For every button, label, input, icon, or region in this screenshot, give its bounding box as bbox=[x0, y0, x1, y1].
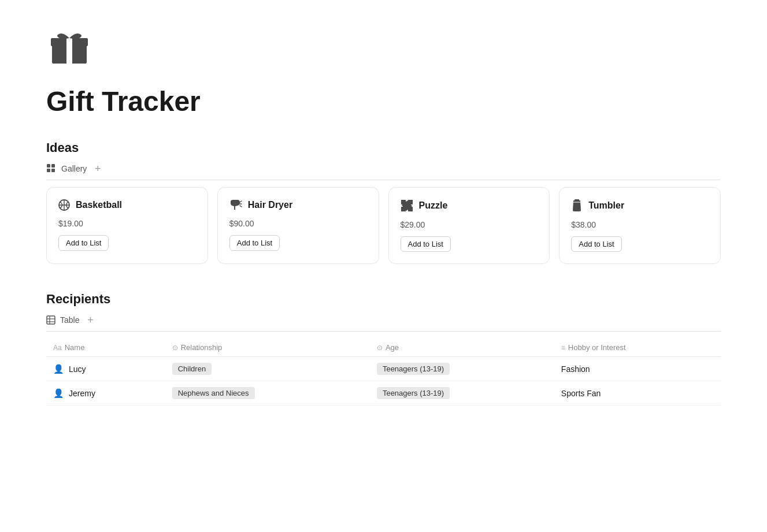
gallery-view-header: Gallery + bbox=[46, 162, 721, 180]
card-name: Basketball bbox=[76, 200, 122, 210]
table-row: 👤 Jeremy Nephews and Nieces Teenagers (1… bbox=[46, 381, 721, 405]
card-price: $38.00 bbox=[571, 220, 709, 229]
table-icon bbox=[46, 315, 55, 325]
hobby-col-icon: ≡ bbox=[561, 344, 565, 352]
ideas-section: Ideas Gallery + Bask bbox=[46, 140, 721, 264]
card-header: Tumbler bbox=[571, 199, 709, 212]
gallery-card-puzzle: Puzzle $29.00 Add to List bbox=[388, 187, 550, 264]
page-icon bbox=[46, 23, 721, 72]
recipients-table: Aa Name ⊙ Relationship ⊙ Age bbox=[46, 338, 721, 405]
cell-hobby: Sports Fan bbox=[554, 381, 721, 405]
svg-rect-3 bbox=[47, 164, 50, 168]
card-price: $29.00 bbox=[401, 220, 538, 229]
card-price: $90.00 bbox=[229, 219, 367, 228]
age-col-icon: ⊙ bbox=[377, 344, 383, 352]
svg-rect-9 bbox=[47, 316, 55, 324]
gallery-grid: Basketball $19.00 Add to List Hair Dryer… bbox=[46, 187, 721, 264]
gallery-card-hair-dryer: Hair Dryer $90.00 Add to List bbox=[217, 187, 379, 264]
svg-rect-8 bbox=[575, 199, 579, 201]
table-header-row: Aa Name ⊙ Relationship ⊙ Age bbox=[46, 338, 721, 357]
col-header-age: ⊙ Age bbox=[370, 338, 554, 357]
gallery-card-tumbler: Tumbler $38.00 Add to List bbox=[559, 187, 721, 264]
card-name: Tumbler bbox=[588, 200, 624, 211]
name-col-icon: Aa bbox=[53, 344, 62, 352]
add-table-view-button[interactable]: + bbox=[84, 314, 97, 326]
person-icon: 👤 bbox=[53, 388, 64, 399]
basketball-icon bbox=[58, 199, 70, 211]
card-header: Puzzle bbox=[401, 199, 538, 212]
tumbler-icon bbox=[571, 199, 583, 212]
hair-dryer-icon bbox=[229, 199, 242, 211]
page-title: Gift Tracker bbox=[46, 85, 721, 117]
cell-name: 👤 Lucy bbox=[46, 357, 165, 381]
hair-dryer-add-to-list-button[interactable]: Add to List bbox=[229, 235, 280, 251]
person-icon: 👤 bbox=[53, 364, 64, 374]
relationship-col-icon: ⊙ bbox=[172, 344, 178, 352]
svg-rect-2 bbox=[66, 37, 72, 64]
cell-relationship: Children bbox=[165, 357, 370, 381]
col-header-relationship: ⊙ Relationship bbox=[165, 338, 370, 357]
svg-rect-5 bbox=[47, 169, 50, 172]
recipients-heading: Recipients bbox=[46, 292, 721, 307]
card-name: Hair Dryer bbox=[248, 200, 292, 210]
cell-name: 👤 Jeremy bbox=[46, 381, 165, 405]
cell-relationship: Nephews and Nieces bbox=[165, 381, 370, 405]
card-header: Hair Dryer bbox=[229, 199, 367, 211]
gallery-view-label[interactable]: Gallery bbox=[61, 164, 87, 173]
cell-hobby: Fashion bbox=[554, 357, 721, 381]
gallery-icon bbox=[46, 163, 57, 174]
col-header-name: Aa Name bbox=[46, 338, 165, 357]
basketball-add-to-list-button[interactable]: Add to List bbox=[58, 235, 109, 251]
tumbler-add-to-list-button[interactable]: Add to List bbox=[571, 236, 621, 252]
gallery-card-basketball: Basketball $19.00 Add to List bbox=[46, 187, 208, 264]
table-view-label[interactable]: Table bbox=[60, 315, 79, 325]
puzzle-add-to-list-button[interactable]: Add to List bbox=[401, 236, 451, 252]
card-name: Puzzle bbox=[419, 200, 448, 211]
card-header: Basketball bbox=[58, 199, 196, 211]
ideas-heading: Ideas bbox=[46, 140, 721, 155]
table-row: 👤 Lucy Children Teenagers (13-19) Fashio… bbox=[46, 357, 721, 381]
add-gallery-view-button[interactable]: + bbox=[91, 162, 104, 175]
col-header-hobby: ≡ Hobby or Interest bbox=[554, 338, 721, 357]
cell-age: Teenagers (13-19) bbox=[370, 381, 554, 405]
table-view-header: Table + bbox=[46, 314, 721, 332]
svg-rect-4 bbox=[51, 164, 55, 168]
cell-age: Teenagers (13-19) bbox=[370, 357, 554, 381]
card-price: $19.00 bbox=[58, 219, 196, 228]
puzzle-icon bbox=[401, 199, 413, 212]
recipients-section: Recipients Table + Aa Name ⊙ bbox=[46, 292, 721, 405]
svg-rect-6 bbox=[51, 169, 55, 172]
